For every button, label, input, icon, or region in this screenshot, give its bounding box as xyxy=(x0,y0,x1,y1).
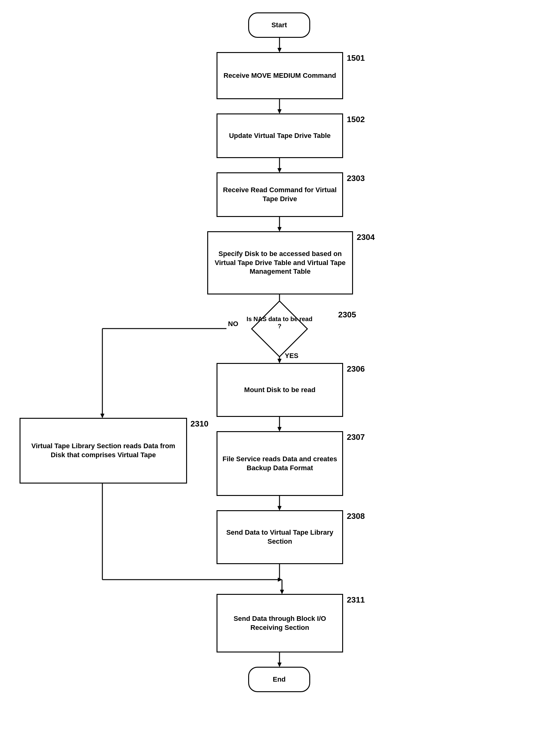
step-1502-num: 1502 xyxy=(347,115,365,124)
end-label: End xyxy=(268,672,290,687)
start-shape: Start xyxy=(248,13,310,38)
step-2308-label: Send Data to Virtual Tape Library Sectio… xyxy=(218,526,342,548)
flowchart-container: YES NO Start Receive MOVE MEDIUM Command xyxy=(0,0,559,756)
step-2306-num: 2306 xyxy=(347,364,365,374)
step-2305-label: Is NAS data to be read ? xyxy=(245,315,314,330)
svg-marker-22 xyxy=(278,578,282,582)
step-2307-label: File Service reads Data and creates Back… xyxy=(218,452,342,475)
step-2304-num: 2304 xyxy=(357,233,375,242)
svg-marker-26 xyxy=(277,663,282,667)
step-2305-num: 2305 xyxy=(338,310,356,320)
step-2306-label: Mount Disk to be read xyxy=(240,383,320,397)
svg-marker-1 xyxy=(277,48,282,52)
step-1502: Update Virtual Tape Drive Table xyxy=(217,114,343,158)
svg-marker-11 xyxy=(277,359,282,363)
step-2308-num: 2308 xyxy=(347,512,365,521)
step-2308: Send Data to Virtual Tape Library Sectio… xyxy=(217,510,343,564)
step-2305-container: Is NAS data to be read ? xyxy=(229,309,330,349)
step-2311-num: 2311 xyxy=(347,595,365,605)
step-1502-label: Update Virtual Tape Drive Table xyxy=(225,129,335,143)
step-2306: Mount Disk to be read xyxy=(217,363,343,417)
step-1501: Receive MOVE MEDIUM Command xyxy=(217,52,343,99)
svg-marker-18 xyxy=(277,506,282,510)
step-1501-num: 1501 xyxy=(347,53,365,63)
svg-marker-7 xyxy=(277,227,282,231)
step-2310-num: 2310 xyxy=(191,419,208,429)
start-label: Start xyxy=(267,18,291,32)
svg-marker-5 xyxy=(277,168,282,172)
step-2304-label: Specify Disk to be accessed based on Vir… xyxy=(208,247,352,279)
step-2307: File Service reads Data and creates Back… xyxy=(217,431,343,496)
step-2311: Send Data through Block I/O Receiving Se… xyxy=(217,594,343,653)
svg-marker-14 xyxy=(100,414,104,418)
svg-marker-24 xyxy=(280,590,284,594)
step-2310-label: Virtual Tape Library Section reads Data … xyxy=(21,439,186,462)
svg-marker-16 xyxy=(277,427,282,431)
step-2303: Receive Read Command for Virtual Tape Dr… xyxy=(217,172,343,217)
step-2310: Virtual Tape Library Section reads Data … xyxy=(20,418,187,483)
step-2307-num: 2307 xyxy=(347,432,365,442)
step-2303-label: Receive Read Command for Virtual Tape Dr… xyxy=(218,183,342,206)
yes-label: YES xyxy=(285,352,298,359)
step-2304: Specify Disk to be accessed based on Vir… xyxy=(207,231,353,294)
end-shape: End xyxy=(248,667,310,692)
svg-marker-3 xyxy=(277,110,282,114)
step-1501-label: Receive MOVE MEDIUM Command xyxy=(219,69,340,83)
step-2303-num: 2303 xyxy=(347,173,365,183)
step-2311-label: Send Data through Block I/O Receiving Se… xyxy=(218,612,342,635)
